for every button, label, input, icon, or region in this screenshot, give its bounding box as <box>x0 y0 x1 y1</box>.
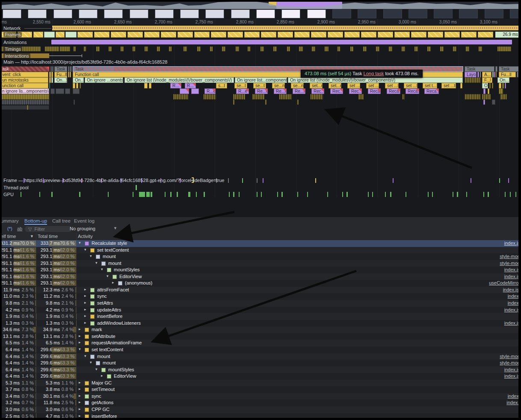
flame-event[interactable] <box>233 100 234 105</box>
frame-block[interactable] <box>478 32 493 38</box>
filmstrip[interactable] <box>0 9 521 19</box>
flame-event[interactable] <box>496 72 497 77</box>
sort-caret-icon[interactable]: ▼ <box>30 234 34 238</box>
filmstrip-thumbnail[interactable] <box>383 9 402 18</box>
flame-event[interactable] <box>68 72 69 77</box>
timing-mark[interactable] <box>74 47 76 51</box>
timing-mark[interactable] <box>325 47 329 51</box>
source-link[interactable]: index.js <box>504 320 520 326</box>
table-row[interactable]: 6.4 ms1.4 %299.6 ms63.3 %▾mountStylesind… <box>0 367 521 373</box>
timing-mark[interactable] <box>169 47 172 51</box>
flame-event[interactable] <box>519 72 521 77</box>
expander-icon[interactable]: ▸ <box>79 400 81 404</box>
flame-event[interactable]: On...) <box>497 77 509 83</box>
flame-event[interactable] <box>173 94 188 100</box>
flame-event[interactable] <box>480 72 481 77</box>
flame-event[interactable] <box>51 72 53 77</box>
flame-event[interactable]: Layout <box>465 72 477 77</box>
timing-mark[interactable] <box>60 47 70 51</box>
timing-mark[interactable] <box>222 47 225 51</box>
flame-event[interactable]: Re...e <box>255 88 268 94</box>
flame-event[interactable]: set ...ent <box>366 83 379 88</box>
timing-mark[interactable] <box>402 47 405 51</box>
table-row[interactable]: 3.2 ms0.7 %11.8 ms2.5 %▸getActionsindex.… <box>0 399 521 406</box>
source-link[interactable]: index.j <box>506 400 520 405</box>
expander-icon[interactable]: ▸ <box>79 394 81 398</box>
frame-block[interactable] <box>261 32 276 38</box>
timing-mark[interactable] <box>157 47 160 51</box>
expander-icon[interactable]: ▾ <box>95 261 98 265</box>
flame-event[interactable]: R...e <box>236 88 249 94</box>
filmstrip-thumbnail[interactable] <box>79 9 98 18</box>
flame-event[interactable] <box>500 94 507 100</box>
expander-icon[interactable]: ▾ <box>90 254 92 258</box>
flame-event[interactable] <box>144 83 148 88</box>
source-link[interactable]: index. <box>508 394 520 399</box>
flame-event[interactable]: On...) <box>73 77 84 83</box>
table-row[interactable]: 1.9 ms0.4 %1.9 ms0.4 %▸insertBefore <box>0 313 521 320</box>
frame-block[interactable] <box>394 32 410 38</box>
regex-icon[interactable]: (*) <box>7 226 12 231</box>
frame-block[interactable] <box>94 32 110 38</box>
flame-event[interactable]: Rec...le <box>330 88 343 94</box>
frame-block[interactable] <box>444 32 460 38</box>
filmstrip-thumbnail[interactable] <box>332 9 351 18</box>
flame-event[interactable] <box>51 77 53 83</box>
flame-event[interactable] <box>49 77 51 83</box>
flame-event[interactable]: On...) <box>54 77 67 83</box>
flame-event[interactable]: set...nt <box>329 83 341 88</box>
flame-event[interactable] <box>265 100 266 105</box>
filmstrip-thumbnail[interactable] <box>53 9 72 18</box>
source-link[interactable]: useCodeMirror <box>489 280 520 285</box>
table-row[interactable]: 11.9 ms2.5 %12.3 ms2.6 %▸attrsFromFaceti… <box>0 287 521 294</box>
timing-mark[interactable] <box>109 47 112 51</box>
frame-block[interactable] <box>328 32 343 38</box>
track-network[interactable]: Network <box>0 25 521 31</box>
flame-event[interactable]: se...t <box>253 83 266 88</box>
frame-block[interactable] <box>111 32 126 38</box>
flame-event[interactable] <box>279 94 292 100</box>
flame-event[interactable] <box>297 100 299 105</box>
table-row[interactable]: 13.1 ms2.8 %13.1 ms2.8 %▸setAttribute <box>0 333 521 340</box>
idle-frame-block[interactable] <box>65 32 77 38</box>
flame-event[interactable]: se...nt <box>272 83 285 88</box>
frame-block[interactable] <box>161 32 176 38</box>
expander-icon[interactable]: ▾ <box>84 247 86 252</box>
flame-event[interactable]: ask <box>0 66 50 72</box>
flame-event[interactable] <box>68 66 69 72</box>
tab-call-tree[interactable]: Call tree <box>52 217 71 225</box>
flame-event[interactable]: On ignore list (\/node_modules\/|\/bower… <box>288 77 463 83</box>
flame-event[interactable]: Fu...ll <box>499 72 516 77</box>
timing-mark[interactable] <box>145 47 148 51</box>
frame-duration-badge[interactable]: 26.9 ms <box>495 32 520 38</box>
table-row[interactable]: 1.3 ms0.3 %1.3 ms0.3 %▸addWindowListener… <box>0 320 521 327</box>
source-link[interactable]: style-mod <box>500 360 520 365</box>
table-row[interactable]: 3.0 ms0.6 %3.0 ms0.6 %▸CPP GC <box>0 406 521 413</box>
table-row[interactable]: 6.4 ms1.4 %299.6 ms63.3 %▾set textConten… <box>0 347 521 353</box>
flame-event[interactable] <box>0 94 49 100</box>
match-whole-word-icon[interactable]: ab <box>17 226 22 231</box>
frame-block[interactable] <box>344 32 360 38</box>
frame-block[interactable] <box>378 32 393 38</box>
flame-event[interactable]: set ...tent <box>385 83 399 88</box>
flame-event[interactable]: Reca...yle <box>387 88 400 94</box>
flame-event[interactable]: Fu...ll <box>54 72 67 77</box>
flame-event[interactable]: se...t <box>234 83 247 88</box>
frame-block[interactable] <box>127 32 143 38</box>
flame-event[interactable]: Reca...tyle <box>406 88 419 94</box>
table-row[interactable]: 2.5 ms0.5 %4.7 ms1.0 %▸insertBefore <box>0 413 521 420</box>
source-link[interactable]: index.js: <box>503 287 520 292</box>
timing-mark[interactable] <box>479 47 482 51</box>
timing-mark[interactable] <box>45 47 59 51</box>
table-row[interactable]: 291.1 ms61.6 %293.1 ms62.0 %▾EditorViewi… <box>0 273 521 280</box>
expander-icon[interactable]: ▾ <box>90 360 92 364</box>
timing-mark[interactable] <box>350 47 353 51</box>
flame-event[interactable] <box>27 105 28 110</box>
flame-event[interactable]: Re...le <box>274 88 287 94</box>
flame-event[interactable] <box>252 94 264 100</box>
table-row[interactable]: 291.1 ms61.6 %293.1 ms62.0 %▾mountstyle-… <box>0 260 521 267</box>
table-row[interactable]: 6.4 ms1.4 %299.6 ms63.3 %▾mountstyle-mod <box>0 353 521 360</box>
expander-icon[interactable]: ▸ <box>101 373 103 378</box>
flame-event[interactable] <box>49 83 50 88</box>
flame-event[interactable] <box>477 72 479 77</box>
